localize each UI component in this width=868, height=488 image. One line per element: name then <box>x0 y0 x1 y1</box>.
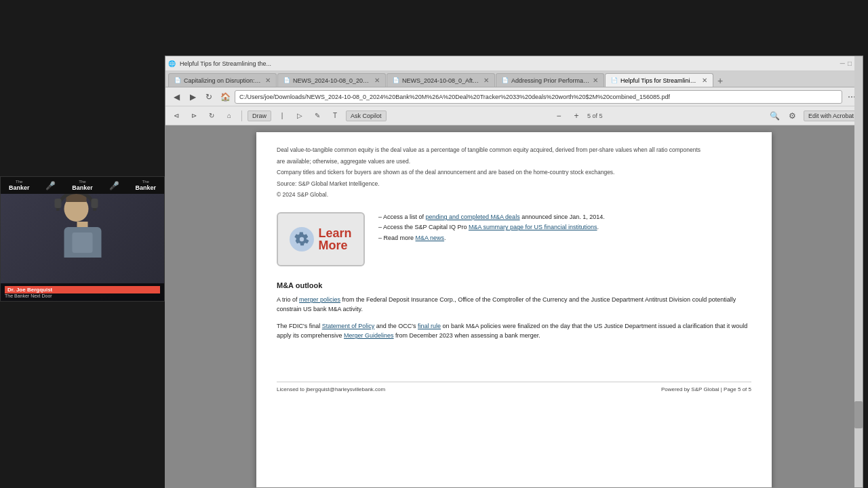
acrobat-settings[interactable]: ⚙ <box>786 109 800 123</box>
address-bar[interactable]: C:/Users/joe/Downloads/NEWS_2024-10-08_0… <box>235 90 842 104</box>
forward-button[interactable]: ▶ <box>186 90 199 104</box>
para2-text-end: from December 2023 when assessing a bank… <box>394 332 540 339</box>
link-prefix-2: – Access the S&P Capital IQ Pro <box>378 224 469 230</box>
ma-news-link[interactable]: M&A news <box>416 235 445 241</box>
banker-logo-2: The Banker <box>72 180 93 192</box>
scrollbar-thumb[interactable] <box>854 401 863 428</box>
final-rule-link[interactable]: final rule <box>418 323 441 329</box>
tab-0[interactable]: 📄 Capitalizing on Disruption: Calli... ✕ <box>168 73 277 87</box>
tab-3[interactable]: 📄 Addressing Prior Performance in... ✕ <box>496 73 604 87</box>
scrollbar-track[interactable] <box>854 125 863 487</box>
zoom-in-button[interactable]: + <box>570 109 583 123</box>
home-button[interactable]: 🏠 <box>218 90 232 104</box>
tab-close-3[interactable]: ✕ <box>593 77 598 84</box>
learn-more-links: – Access a list of pending and completed… <box>378 212 751 243</box>
learn-more-link-2: – Access the S&P Capital IQ Pro M&A summ… <box>378 222 751 232</box>
ma-outlook-heading: M&A outlook <box>277 281 751 289</box>
tab-close-2[interactable]: ✕ <box>484 77 489 84</box>
footer-license: Licensed to jbergquist@harleysvillebank.… <box>277 386 385 392</box>
tab-favicon-4: 📄 <box>611 77 618 83</box>
webcam-name-bar: Dr. Joe Bergquist The Banker Next Door <box>1 283 164 301</box>
ma-outlook-section: M&A outlook A trio of merger policies fr… <box>277 281 751 341</box>
acrobat-home[interactable]: ⌂ <box>222 109 236 123</box>
browser-titlebar: 🌐 Helpful Tips for Streamlining the... ─… <box>165 56 863 71</box>
para1-text-after: from the Federal Deposit Insurance Corp.… <box>277 296 736 312</box>
learn-more-heading: Learn <box>318 227 351 239</box>
draw-button[interactable]: Draw <box>248 110 271 121</box>
zoom-out-button[interactable]: − <box>552 109 566 123</box>
show-title: The Banker Next Door <box>5 293 160 298</box>
person-body <box>64 227 101 258</box>
tab-close-1[interactable]: ✕ <box>374 77 380 84</box>
para1-text-before: A trio of <box>277 296 299 303</box>
minimize-btn[interactable]: ─ <box>840 60 845 67</box>
browser-tabs: 📄 Capitalizing on Disruption: Calli... ✕… <box>165 71 863 87</box>
new-tab-button[interactable]: + <box>714 75 726 87</box>
source-note-1: Deal value-to-tangible common equity is … <box>277 146 751 155</box>
merger-guidelines-link[interactable]: Merger Guidelines <box>344 332 394 339</box>
banker-logo-3: The Banker <box>136 180 157 192</box>
browser-window: 🌐 Helpful Tips for Streamlining the... ─… <box>165 56 863 488</box>
acrobat-tool-1[interactable]: | <box>275 109 289 123</box>
webcam-overlay: The Banker 🎤 The Banker 🎤 The Banker <box>0 176 165 302</box>
presenter-name-badge: Dr. Joe Bergquist <box>5 286 160 293</box>
tab-close-4[interactable]: ✕ <box>702 77 707 84</box>
edit-with-acrobat-button[interactable]: Edit with Acrobat <box>804 110 859 121</box>
tab-2[interactable]: 📄 NEWS_2024-10-08_0_After year... ✕ <box>387 73 495 87</box>
tab-label-2: NEWS_2024-10-08_0_After year... <box>402 77 481 84</box>
pdf-area: Deal value-to-tangible common equity is … <box>165 125 863 487</box>
mic-icon-2: 🎤 <box>109 181 119 190</box>
link-prefix-1: – Access a list of <box>378 214 426 220</box>
page-number-display: 5 of 5 <box>587 113 603 119</box>
acrobat-nav-back[interactable]: ⊲ <box>170 109 183 123</box>
para2-text-before: The FDIC's final <box>277 323 322 329</box>
tab-favicon-1: 📄 <box>283 77 290 83</box>
footer-powered-by: Powered by S&P Global | Page 5 of 5 <box>661 386 751 392</box>
headphone-left-cup <box>54 199 61 208</box>
pdf-footer: Licensed to jbergquist@harleysvillebank.… <box>277 382 751 392</box>
tab-1[interactable]: 📄 NEWS_2024-10-08_0_2024 Ban... ✕ <box>277 73 386 87</box>
maximize-btn[interactable]: □ <box>848 60 852 67</box>
source-note-5: © 2024 S&P Global. <box>277 190 751 200</box>
link-suffix-2: . <box>597 224 599 230</box>
statement-of-policy-link[interactable]: Statement of Policy <box>322 323 375 329</box>
acrobat-toolbar: ⊲ ⊳ ↻ ⌂ Draw | ▷ ✎ T Ask Copilot − + 5 o… <box>165 106 863 125</box>
ma-deals-link[interactable]: pending and completed M&A deals <box>426 214 520 220</box>
acrobat-search[interactable]: 🔍 <box>768 109 782 123</box>
summary-page-link[interactable]: M&A summary page for US financial instit… <box>469 224 597 230</box>
person-head <box>64 196 88 222</box>
learn-more-link-1: – Access a list of pending and completed… <box>378 212 751 222</box>
address-text: C:/Users/joe/Downloads/NEWS_2024-10-08_0… <box>239 94 670 100</box>
refresh-button[interactable]: ↻ <box>202 90 216 104</box>
tab-favicon-2: 📄 <box>393 77 399 83</box>
banker-logo-1: The Banker <box>9 180 30 192</box>
link-suffix-3: . <box>444 235 446 241</box>
tab-4[interactable]: 📄 Helpful Tips for Streamlining the... ✕ <box>605 73 713 87</box>
tab-close-0[interactable]: ✕ <box>265 77 271 84</box>
headphone-right-cup <box>91 199 98 208</box>
person-neck <box>77 222 88 227</box>
learn-more-heading-2: More <box>318 239 351 251</box>
pdf-page: Deal value-to-tangible common equity is … <box>256 132 772 487</box>
webcam-video <box>1 177 164 301</box>
browser-toolbar: ◀ ▶ ↻ 🏠 C:/Users/joe/Downloads/NEWS_2024… <box>165 87 863 106</box>
acrobat-nav-fwd[interactable]: ⊳ <box>187 109 201 123</box>
source-notes: Deal value-to-tangible common equity is … <box>277 146 751 200</box>
tab-label-0: Capitalizing on Disruption: Calli... <box>184 77 262 84</box>
mic-icon-1: 🎤 <box>45 181 56 190</box>
source-note-3: Company titles and tickers for buyers ar… <box>277 168 751 178</box>
ask-copilot-button[interactable]: Ask Copilot <box>346 110 387 121</box>
gear-icon <box>290 227 314 251</box>
ma-outlook-para-2: The FDIC's final Statement of Policy and… <box>277 321 751 341</box>
learn-more-box: Learn More <box>277 212 365 266</box>
learn-more-link-3: – Read more M&A news. <box>378 233 751 243</box>
learn-more-section: Learn More – Access a list of pending an… <box>277 212 751 266</box>
tab-favicon-3: 📄 <box>502 77 509 83</box>
acrobat-tool-4[interactable]: T <box>328 109 342 123</box>
acrobat-tool-3[interactable]: ✎ <box>311 109 324 123</box>
ma-outlook-para-1: A trio of merger policies from the Feder… <box>277 295 751 314</box>
back-button[interactable]: ◀ <box>170 90 183 104</box>
merger-policies-link[interactable]: merger policies <box>299 296 340 303</box>
acrobat-refresh[interactable]: ↻ <box>205 109 218 123</box>
acrobat-tool-2[interactable]: ▷ <box>293 109 307 123</box>
